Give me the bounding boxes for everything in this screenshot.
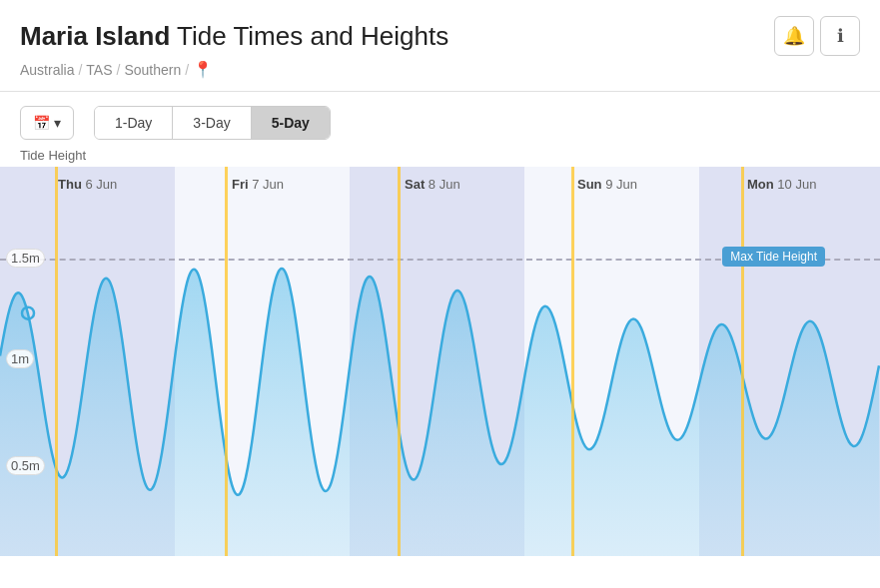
- title-location: Maria Island: [20, 21, 170, 51]
- day-label: Thu 6 Jun: [58, 177, 117, 192]
- day-tabs: 1-Day 3-Day 5-Day: [94, 106, 331, 140]
- chart-container: Max Tide Height 1.5m 1m 0.5m Thu 6 JunFr…: [0, 167, 880, 556]
- day-line: [225, 167, 228, 556]
- pin-icon: 📍: [193, 60, 213, 79]
- day-line: [398, 167, 401, 556]
- page-title: Maria Island Tide Times and Heights: [20, 21, 448, 52]
- max-tide-label: Max Tide Height: [722, 247, 825, 267]
- y-label-1-5m: 1.5m: [6, 249, 45, 268]
- breadcrumb-region[interactable]: Southern: [124, 62, 181, 78]
- tab-3day[interactable]: 3-Day: [173, 107, 251, 139]
- calendar-button[interactable]: 📅 ▾: [20, 106, 74, 140]
- controls-row: 📅 ▾ 1-Day 3-Day 5-Day: [0, 92, 880, 140]
- day-line: [55, 167, 58, 556]
- tab-1day[interactable]: 1-Day: [95, 107, 173, 139]
- bell-icon: 🔔: [783, 25, 805, 47]
- y-label-1m: 1m: [6, 349, 34, 368]
- info-icon: ℹ: [837, 25, 844, 47]
- day-line: [571, 167, 574, 556]
- day-label: Sat 8 Jun: [405, 177, 460, 192]
- day-line: [741, 167, 744, 556]
- day-label: Sun 9 Jun: [577, 177, 637, 192]
- tide-height-label: Tide Height: [0, 140, 880, 167]
- calendar-dropdown-icon: ▾: [54, 115, 61, 131]
- day-label: Fri 7 Jun: [232, 177, 284, 192]
- breadcrumb: Australia / TAS / Southern / 📍: [20, 60, 860, 91]
- y-label-0-5m: 0.5m: [6, 456, 45, 475]
- bell-button[interactable]: 🔔: [774, 16, 814, 56]
- breadcrumb-state[interactable]: TAS: [86, 62, 112, 78]
- info-button[interactable]: ℹ: [820, 16, 860, 56]
- day-label: Mon 10 Jun: [747, 177, 816, 192]
- page-wrapper: Maria Island Tide Times and Heights 🔔 ℹ …: [0, 0, 880, 556]
- breadcrumb-country[interactable]: Australia: [20, 62, 74, 78]
- tab-5day[interactable]: 5-Day: [252, 107, 330, 139]
- calendar-icon: 📅: [33, 115, 50, 131]
- tide-chart-svg: [0, 167, 880, 556]
- title-row: Maria Island Tide Times and Heights 🔔 ℹ: [20, 16, 860, 56]
- title-suffix: Tide Times and Heights: [170, 21, 448, 51]
- header: Maria Island Tide Times and Heights 🔔 ℹ …: [0, 0, 880, 92]
- header-actions: 🔔 ℹ: [774, 16, 860, 56]
